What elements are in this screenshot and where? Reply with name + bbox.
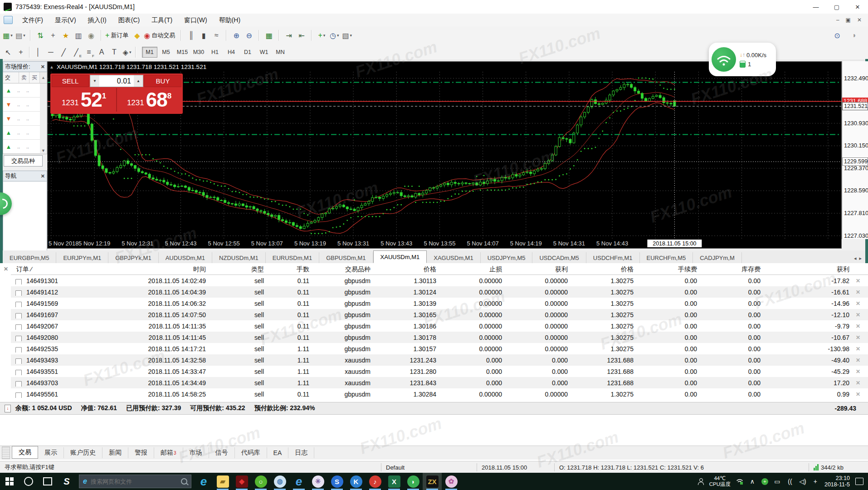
new-order-icon[interactable]: +新订单 xyxy=(105,29,131,42)
volume-stepper[interactable]: ▼ 0.01 ▲ xyxy=(90,75,143,87)
taskbar-clock[interactable]: 23:102018-11-5 xyxy=(824,475,850,488)
chart-tab-usdchfmm1[interactable]: USDCHFm,M1 xyxy=(586,252,640,263)
network-widget[interactable]: ↓↑0.00K/s 1 xyxy=(709,43,776,76)
terminal-tab-8[interactable]: 代码库 xyxy=(235,447,267,458)
chart-tab-eurgbpmm5[interactable]: EURGBPm,M5 xyxy=(3,252,56,263)
market-watch-row[interactable]: ▲.... xyxy=(3,140,40,154)
order-row[interactable]: 1464925352018.11.05 14:17:21sell1.11gbpu… xyxy=(11,343,868,354)
chart-tab-xauusdmm1[interactable]: XAUUSDm,M1 xyxy=(373,250,427,263)
market-watch-row[interactable]: ▲.... xyxy=(3,126,40,140)
market-watch-row[interactable]: ▼.... xyxy=(3,98,40,112)
child-restore-button[interactable]: ▣ xyxy=(846,17,851,23)
order-row[interactable]: 1464934932018.11.05 14:32:58sell1.11xauu… xyxy=(11,354,868,366)
timeframe-m15[interactable]: M15 xyxy=(175,47,190,58)
timeframe-h1[interactable]: H1 xyxy=(207,47,223,58)
timeframe-m5[interactable]: M5 xyxy=(158,47,174,58)
menu-item-4[interactable]: 工具(T) xyxy=(146,14,178,26)
line-chart-icon[interactable]: ≈ xyxy=(210,29,223,42)
sell-button[interactable]: SELL xyxy=(52,75,89,87)
taskbar-search[interactable]: e xyxy=(79,475,191,488)
chart-tab-usdjpymm5[interactable]: USDJPYm,M5 xyxy=(481,252,533,263)
chart-tab-gbpjpykm1[interactable]: GBPJPYk,M1 xyxy=(108,252,158,263)
close-order-icon[interactable]: ✕ xyxy=(853,334,863,341)
zoom-in-icon[interactable]: ⊕ xyxy=(230,29,243,42)
terminal-tab-2[interactable]: 账户历史 xyxy=(64,447,102,458)
navigator-icon[interactable]: ★ xyxy=(59,29,72,42)
crosshair-icon[interactable]: + xyxy=(15,46,27,59)
taskbar-app-excel[interactable]: X xyxy=(385,473,404,490)
timeframe-w1[interactable]: W1 xyxy=(256,47,272,58)
menu-item-6[interactable]: 帮助(H) xyxy=(213,14,246,26)
chat-icon[interactable]: ◗ xyxy=(848,29,861,42)
autotrading-icon[interactable]: ◉自动交易 xyxy=(143,29,177,42)
bar-chart-icon[interactable]: ║ xyxy=(185,29,197,42)
terminal-tab-9[interactable]: EA xyxy=(267,447,289,458)
chart-tab-audusdmm1[interactable]: AUDUSDm,M1 xyxy=(159,252,212,263)
taskbar-app-file-explorer[interactable]: ▰ xyxy=(213,473,232,490)
fibonacci-icon[interactable]: ≡F xyxy=(83,46,95,59)
market-watch-row[interactable]: ▼.... xyxy=(3,112,40,126)
column-header-6[interactable]: 止损 xyxy=(440,265,506,274)
column-bid[interactable]: 卖 xyxy=(19,72,29,83)
column-header-8[interactable]: 价格 xyxy=(571,265,637,274)
column-header-7[interactable]: 获利 xyxy=(506,265,571,274)
terminal-tab-4[interactable]: 警报 xyxy=(128,447,154,458)
timeframe-mn[interactable]: MN xyxy=(273,47,288,58)
minimize-button[interactable]: — xyxy=(805,0,826,14)
close-order-icon[interactable]: ✕ xyxy=(853,323,863,329)
order-row[interactable]: 1464955612018.11.05 14:58:25sell0.11gbpu… xyxy=(11,388,868,400)
order-row[interactable]: 1464935512018.11.05 14:33:47sell1.11xauu… xyxy=(11,366,868,377)
taskbar-app-pink-app[interactable]: ✿ xyxy=(442,473,461,490)
channel-icon[interactable]: ╱E xyxy=(70,46,83,59)
search-icon[interactable]: ⊙ xyxy=(831,29,844,42)
input-method-icon[interactable]: S xyxy=(57,473,76,490)
menu-item-0[interactable]: 文件(F) xyxy=(16,14,49,26)
tabs-scroll-right-icon[interactable]: ▸ xyxy=(859,255,862,261)
terminal-tab-6[interactable]: 市场 xyxy=(183,447,209,458)
battery-tray-icon[interactable]: ▭ xyxy=(774,478,781,485)
order-row[interactable]: 1464920802018.11.05 14:11:45sell0.11gbpu… xyxy=(11,332,868,343)
taskbar-app-colorful-app[interactable]: ✳ xyxy=(308,473,327,490)
volume-increase-button[interactable]: ▲ xyxy=(134,75,143,87)
hline-icon[interactable]: ─ xyxy=(44,46,57,59)
buy-price[interactable]: 1231 68 8 xyxy=(117,87,181,113)
order-row[interactable]: 1464913012018.11.05 14:02:49sell0.11gbpu… xyxy=(11,275,868,286)
periods-icon[interactable]: ◷▾ xyxy=(328,29,341,42)
menu-item-1[interactable]: 显示(V) xyxy=(49,14,82,26)
terminal-tab-3[interactable]: 新闻 xyxy=(102,447,128,458)
column-header-1[interactable]: 时间 xyxy=(137,265,210,274)
navigator-close-icon[interactable]: ✕ xyxy=(41,173,45,179)
taskbar-app-wechat[interactable]: ◗ xyxy=(404,473,423,490)
cursor-icon[interactable]: ↖ xyxy=(2,46,15,59)
column-header-3[interactable]: 手数 xyxy=(268,265,313,274)
chart-tab-xagusdmm1[interactable]: XAGUSDm,M1 xyxy=(427,252,480,263)
buy-button[interactable]: BUY xyxy=(144,75,181,87)
text-icon[interactable]: A xyxy=(95,46,108,59)
menu-item-5[interactable]: 窗口(W) xyxy=(178,14,213,26)
shapes-icon[interactable]: ◈▾ xyxy=(121,46,133,59)
column-header-10[interactable]: 库存费 xyxy=(701,265,764,274)
pen-icon[interactable]: + xyxy=(812,478,819,485)
chart-tab-cadjpymm[interactable]: CADJPYm,M xyxy=(693,252,742,263)
market-watch-row[interactable]: ▲.... xyxy=(3,83,40,98)
terminal-close-icon[interactable]: ✕ xyxy=(4,266,8,272)
indicators-icon[interactable]: +▾ xyxy=(315,29,328,42)
close-order-icon[interactable]: ✕ xyxy=(853,300,863,307)
chart-tab-gbpusdmm1[interactable]: GBPUSDm,M1 xyxy=(319,252,373,263)
close-order-icon[interactable]: ✕ xyxy=(853,368,863,375)
close-order-icon[interactable]: ✕ xyxy=(853,312,863,318)
taskbar-app-k-player[interactable]: K xyxy=(346,473,366,490)
timeframe-m30[interactable]: M30 xyxy=(191,47,206,58)
child-close-button[interactable]: ✕ xyxy=(857,17,862,23)
volume-decrease-button[interactable]: ▼ xyxy=(90,75,99,87)
volume-value[interactable]: 0.01 xyxy=(99,75,134,87)
order-row[interactable]: 1464915692018.11.05 14:06:32sell0.11gbpu… xyxy=(11,298,868,309)
timeframe-d1[interactable]: D1 xyxy=(240,47,255,58)
tabs-scroll-left-icon[interactable]: ◂ xyxy=(854,255,857,261)
taskbar-app-exness-mt4[interactable]: ZX xyxy=(423,473,442,490)
candlestick-icon[interactable]: ▮ xyxy=(197,29,210,42)
order-row[interactable]: 1464916972018.11.05 14:07:50sell0.11gbpu… xyxy=(11,309,868,320)
sell-price[interactable]: 1231 52 1 xyxy=(52,87,116,113)
chart-tab-nzdusdmm1[interactable]: NZDUSDm,M1 xyxy=(212,252,266,263)
close-order-icon[interactable]: ✕ xyxy=(853,289,863,295)
